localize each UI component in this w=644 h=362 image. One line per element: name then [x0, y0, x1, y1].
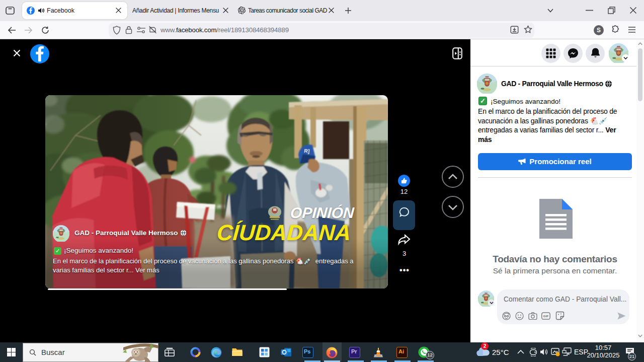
svg-text:GIF: GIF: [543, 314, 549, 318]
svg-text:R]: R]: [304, 148, 310, 154]
